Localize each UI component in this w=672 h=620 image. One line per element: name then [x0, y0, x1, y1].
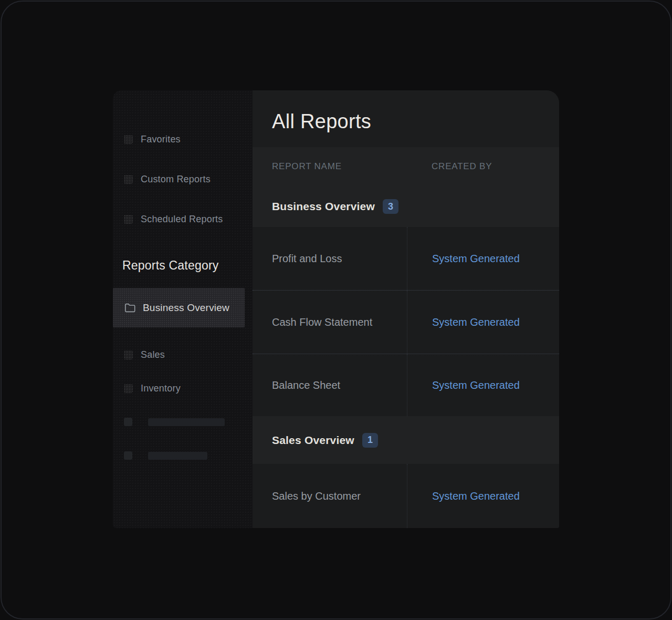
table-row-profit-and-loss[interactable]: Profit and Loss System Generated: [253, 227, 559, 290]
created-by-cell: System Generated: [407, 354, 559, 416]
favorites-icon: [124, 135, 133, 144]
group-header-sales-overview[interactable]: Sales Overview 1: [253, 416, 559, 464]
skeleton-bar: [148, 418, 225, 426]
sidebar-skeleton-item: [113, 451, 253, 460]
main-header: All Reports: [253, 90, 559, 147]
column-header-created-by: CREATED BY: [407, 161, 559, 172]
sidebar-item-label: Inventory: [141, 383, 181, 394]
reports-app-panel: Favorites Custom Reports Scheduled Repor…: [113, 90, 559, 528]
created-by-link[interactable]: System Generated: [432, 490, 520, 502]
skeleton-icon: [124, 451, 132, 460]
sidebar-item-label: Custom Reports: [141, 174, 211, 185]
table-header-row: REPORT NAME CREATED BY: [253, 147, 559, 186]
sidebar-item-label: Favorites: [141, 134, 181, 145]
report-name-cell: Balance Sheet: [253, 354, 407, 416]
created-by-link[interactable]: System Generated: [432, 316, 520, 328]
sidebar: Favorites Custom Reports Scheduled Repor…: [113, 90, 253, 528]
sidebar-item-label: Sales: [141, 349, 165, 360]
sidebar-item-sales[interactable]: Sales: [113, 344, 253, 365]
sidebar-item-label: Scheduled Reports: [141, 214, 223, 225]
group-name: Sales Overview: [272, 434, 354, 447]
sidebar-skeleton-item: [113, 418, 253, 426]
sidebar-item-label: Business Overview: [143, 302, 229, 314]
group-header-business-overview[interactable]: Business Overview 3: [253, 186, 559, 227]
created-by-link[interactable]: System Generated: [432, 379, 520, 391]
table-row-cash-flow-statement[interactable]: Cash Flow Statement System Generated: [253, 290, 559, 354]
created-by-cell: System Generated: [407, 464, 559, 528]
column-header-report-name: REPORT NAME: [253, 161, 407, 172]
sidebar-item-inventory[interactable]: Inventory: [113, 378, 253, 399]
created-by-cell: System Generated: [407, 291, 559, 354]
custom-reports-icon: [124, 175, 133, 184]
folder-icon: [124, 303, 135, 313]
page-title: All Reports: [272, 109, 559, 134]
scheduled-reports-icon: [124, 215, 133, 224]
count-badge: 3: [383, 199, 398, 214]
sidebar-section-title: Reports Category: [113, 257, 253, 273]
report-name-cell: Cash Flow Statement: [253, 291, 407, 354]
sales-icon: [124, 350, 133, 359]
sidebar-item-favorites[interactable]: Favorites: [113, 129, 253, 150]
sidebar-item-custom-reports[interactable]: Custom Reports: [113, 169, 253, 190]
sidebar-item-scheduled-reports[interactable]: Scheduled Reports: [113, 209, 253, 230]
group-name: Business Overview: [272, 200, 375, 213]
inventory-icon: [124, 384, 133, 393]
table-row-balance-sheet[interactable]: Balance Sheet System Generated: [253, 354, 559, 416]
count-badge: 1: [362, 433, 378, 448]
all-reports-main: All Reports REPORT NAME CREATED BY Busin…: [253, 90, 559, 528]
created-by-cell: System Generated: [407, 227, 559, 290]
sidebar-item-business-overview[interactable]: Business Overview: [113, 288, 245, 327]
skeleton-icon: [124, 418, 132, 426]
report-name-cell: Profit and Loss: [253, 227, 407, 290]
report-name-cell: Sales by Customer: [253, 464, 407, 528]
table-row-sales-by-customer[interactable]: Sales by Customer System Generated: [253, 464, 559, 528]
skeleton-bar: [148, 452, 207, 460]
created-by-link[interactable]: System Generated: [432, 253, 520, 265]
